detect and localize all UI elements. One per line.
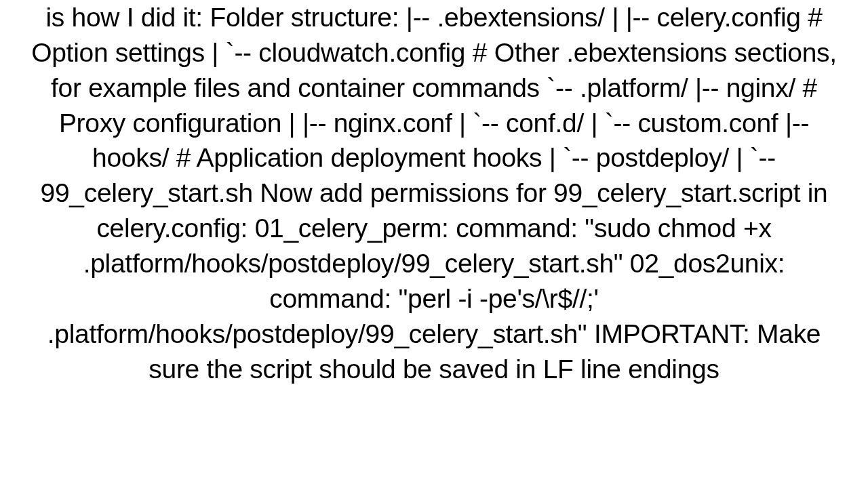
- document-text: is how I did it: Folder structure: |-- .…: [0, 0, 868, 386]
